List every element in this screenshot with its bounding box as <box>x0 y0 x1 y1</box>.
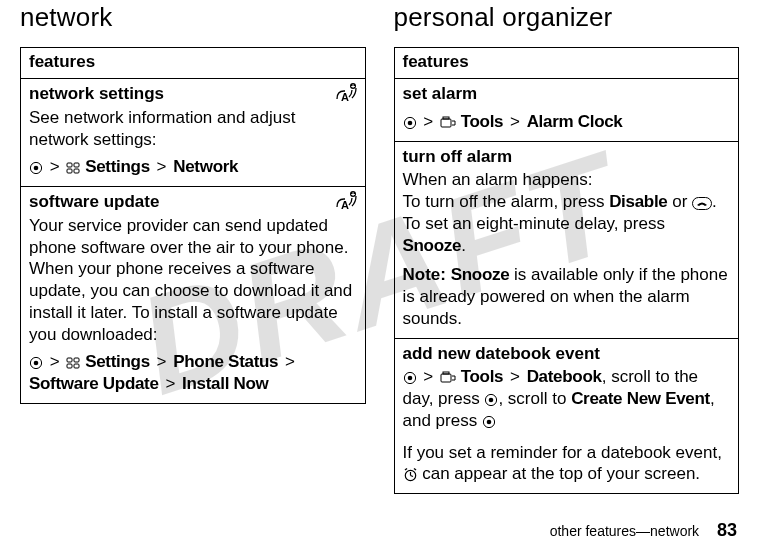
path-tools: Tools <box>461 367 504 386</box>
features-table-left: features A + network settings See networ… <box>20 47 366 404</box>
svg-rect-6 <box>74 163 79 167</box>
svg-rect-20 <box>441 119 451 127</box>
path-phone-status: Phone Status <box>173 352 278 371</box>
cell-desc: Your service provider can send updated p… <box>29 215 357 346</box>
svg-line-35 <box>414 469 416 471</box>
nav-path: > Tools > Alarm Clock <box>403 111 731 133</box>
label-snooze: Snooze <box>451 265 510 284</box>
heading-network: network <box>20 2 366 33</box>
right-column: personal organizer features set alarm > … <box>394 0 740 494</box>
path-settings: Settings <box>85 352 150 371</box>
svg-rect-14 <box>67 358 72 362</box>
center-key-icon <box>29 356 43 370</box>
center-key-icon <box>29 161 43 175</box>
svg-text:+: + <box>351 83 355 90</box>
center-key-icon <box>484 393 498 407</box>
note-label: Note: <box>403 265 446 284</box>
center-key-icon <box>482 415 496 429</box>
label-disable: Disable <box>609 192 667 211</box>
svg-point-29 <box>487 419 492 424</box>
operator-icon: A + <box>333 83 359 111</box>
page-footer: other features—network 83 <box>550 520 737 541</box>
operator-icon: A + <box>333 191 359 219</box>
label-snooze: Snooze <box>403 236 462 255</box>
path-network: Network <box>173 157 238 176</box>
cell-title: add new datebook event <box>403 343 731 365</box>
cell-desc: > Tools > Datebook, scroll to the day, p… <box>403 366 731 431</box>
svg-line-33 <box>410 476 413 477</box>
cell-title: turn off alarm <box>403 146 731 168</box>
nav-path: > Settings > Network <box>29 156 357 178</box>
settings-menu-icon <box>66 161 80 175</box>
row-add-datebook-event: add new datebook event > Tools > Dateboo… <box>394 338 739 494</box>
svg-line-34 <box>405 469 407 471</box>
svg-text:A: A <box>341 91 349 103</box>
row-network-settings: A + network settings See network informa… <box>21 79 366 187</box>
svg-rect-8 <box>74 169 79 173</box>
svg-point-18 <box>407 120 412 125</box>
text: If you set a reminder for a datebook eve… <box>403 443 722 462</box>
svg-rect-17 <box>74 364 79 368</box>
text: To turn off the alarm, press <box>403 192 610 211</box>
cell-title: set alarm <box>403 83 731 105</box>
svg-rect-15 <box>74 358 79 362</box>
text: can appear at the top of your screen. <box>418 464 701 483</box>
text: , scroll to <box>498 389 571 408</box>
path-install-now: Install Now <box>182 374 268 393</box>
cell-title: network settings <box>29 83 357 105</box>
svg-point-27 <box>489 398 494 403</box>
svg-rect-25 <box>441 374 451 382</box>
text: . <box>712 192 717 211</box>
tools-menu-icon <box>440 116 456 130</box>
page-content: network features A + network settings Se… <box>0 0 759 506</box>
center-key-icon <box>403 371 417 385</box>
path-datebook: Datebook <box>527 367 602 386</box>
heading-personal-organizer: personal organizer <box>394 2 740 33</box>
settings-menu-icon <box>66 356 80 370</box>
table-header-right: features <box>394 48 739 79</box>
nav-path: > Settings > Phone Status > Software Upd… <box>29 351 357 395</box>
row-turn-off-alarm: turn off alarm When an alarm happens: To… <box>394 141 739 338</box>
cell-desc: When an alarm happens: To turn off the a… <box>403 169 731 256</box>
center-key-icon <box>403 116 417 130</box>
svg-rect-5 <box>67 163 72 167</box>
svg-point-23 <box>407 376 412 381</box>
features-table-right: features set alarm > Tools > Alarm Clock… <box>394 47 740 494</box>
page-number: 83 <box>717 520 737 540</box>
text: When an alarm happens: <box>403 170 593 189</box>
svg-text:+: + <box>351 191 355 198</box>
svg-point-12 <box>34 361 39 366</box>
cell-desc: See network information and adjust netwo… <box>29 107 357 151</box>
path-settings: Settings <box>85 157 150 176</box>
cell-title: software update <box>29 191 357 213</box>
svg-rect-7 <box>67 169 72 173</box>
svg-rect-21 <box>443 117 449 119</box>
svg-text:A: A <box>341 199 349 211</box>
path-alarm-clock: Alarm Clock <box>527 112 623 131</box>
svg-point-3 <box>34 166 39 171</box>
label-create-new-event: Create New Event <box>571 389 710 408</box>
path-software-update: Software Update <box>29 374 159 393</box>
left-column: network features A + network settings Se… <box>20 0 366 494</box>
footer-text: other features—network <box>550 523 699 539</box>
text: or <box>668 192 693 211</box>
svg-rect-26 <box>443 372 449 374</box>
row-software-update: A + software update Your service provide… <box>21 187 366 404</box>
end-key-icon <box>692 197 712 210</box>
path-tools: Tools <box>461 112 504 131</box>
tools-menu-icon <box>440 371 456 385</box>
note: Note: Snooze is available only if the ph… <box>403 264 731 329</box>
text: . <box>461 236 466 255</box>
tail-text: If you set a reminder for a datebook eve… <box>403 442 731 486</box>
table-header-left: features <box>21 48 366 79</box>
svg-rect-16 <box>67 364 72 368</box>
text: To set an eight-minute delay, press <box>403 214 665 233</box>
row-set-alarm: set alarm > Tools > Alarm Clock <box>394 79 739 142</box>
reminder-alarm-icon <box>403 467 418 482</box>
